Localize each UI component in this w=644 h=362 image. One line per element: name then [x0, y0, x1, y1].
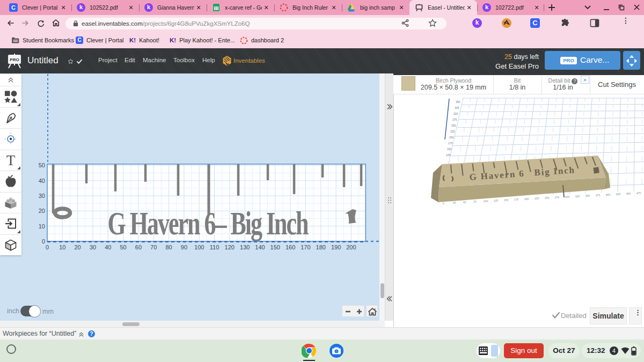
svg-text:100: 100	[484, 200, 488, 203]
svg-text:140: 140	[255, 244, 265, 250]
svg-text:10: 10	[39, 223, 45, 230]
svg-text:0: 0	[443, 202, 444, 205]
svg-text:125: 125	[446, 153, 451, 157]
svg-text:25: 25	[453, 201, 456, 204]
svg-text:110: 110	[210, 244, 219, 250]
svg-text:10: 10	[59, 244, 65, 250]
svg-text:100: 100	[194, 244, 204, 250]
svg-text:PRO: PRO	[10, 57, 19, 62]
svg-text:40: 40	[39, 178, 45, 184]
svg-text:400: 400	[606, 193, 611, 196]
svg-text:80: 80	[165, 244, 172, 250]
svg-text:250: 250	[451, 124, 456, 127]
svg-text:350: 350	[456, 100, 460, 104]
svg-text:20: 20	[39, 208, 45, 214]
svg-text:120: 120	[225, 244, 235, 250]
svg-text:225: 225	[450, 130, 455, 133]
svg-text:275: 275	[555, 196, 560, 199]
svg-text:20: 20	[74, 244, 80, 250]
svg-text:175: 175	[448, 142, 453, 145]
svg-text:175: 175	[514, 198, 519, 201]
svg-text:130: 130	[240, 244, 250, 250]
svg-text:250: 250	[545, 196, 550, 200]
svg-text:50: 50	[463, 201, 466, 204]
svg-text:125: 125	[494, 199, 499, 202]
svg-text:150: 150	[504, 198, 509, 202]
svg-text:75: 75	[473, 200, 477, 203]
svg-text:325: 325	[455, 106, 459, 109]
svg-text:70: 70	[150, 244, 157, 250]
svg-text:40: 40	[105, 244, 111, 250]
svg-text:90: 90	[181, 244, 187, 250]
svg-text:G Havern 6– Big Inch: G Havern 6– Big Inch	[107, 205, 309, 241]
svg-text:450: 450	[626, 192, 631, 195]
svg-text:200: 200	[449, 136, 454, 139]
svg-text:190: 190	[331, 244, 341, 250]
svg-text:350: 350	[586, 194, 590, 197]
svg-text:30: 30	[90, 244, 96, 250]
svg-text:425: 425	[616, 193, 621, 196]
svg-text:225: 225	[535, 197, 539, 200]
svg-text:275: 275	[452, 118, 457, 121]
svg-text:375: 375	[596, 194, 601, 197]
svg-text:300: 300	[565, 195, 570, 198]
svg-text:150: 150	[447, 147, 452, 151]
svg-text:50: 50	[39, 162, 45, 168]
svg-text:325: 325	[575, 195, 580, 198]
svg-text:300: 300	[453, 112, 458, 115]
svg-text:60: 60	[135, 244, 142, 250]
svg-text:170: 170	[301, 244, 310, 250]
svg-text:30: 30	[39, 193, 45, 199]
svg-text:0: 0	[46, 244, 49, 250]
svg-text:150: 150	[270, 244, 280, 250]
svg-text:50: 50	[120, 244, 126, 250]
svg-text:200: 200	[346, 244, 356, 250]
svg-text:160: 160	[286, 244, 295, 250]
svg-text:475: 475	[636, 191, 641, 195]
svg-text:200: 200	[524, 197, 529, 201]
svg-text:0: 0	[42, 238, 45, 245]
svg-text:180: 180	[316, 244, 326, 250]
